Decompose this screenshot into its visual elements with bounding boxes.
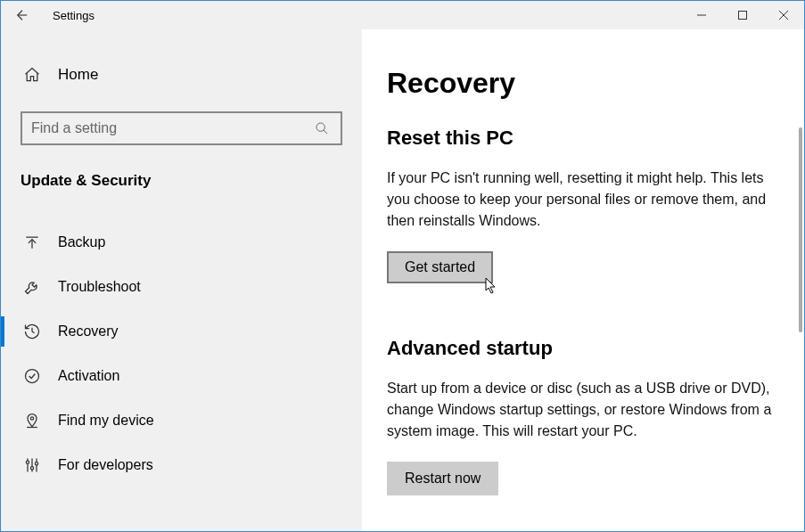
svg-point-11 (30, 417, 33, 420)
section-reset-title: Reset this PC (387, 127, 777, 150)
sliders-icon (22, 455, 42, 475)
container: Home Update & Security Backup Troublesho… (1, 29, 804, 531)
home-icon (22, 65, 42, 85)
sidebar-item-activation[interactable]: Activation (21, 354, 342, 398)
svg-point-16 (26, 461, 29, 463)
sidebar-item-label: Find my device (58, 413, 154, 429)
section-advanced-title: Advanced startup (387, 337, 777, 360)
sidebar-item-find-device[interactable]: Find my device (21, 398, 342, 443)
home-label: Home (58, 66, 98, 84)
get-started-button[interactable]: Get started (387, 251, 493, 283)
svg-line-9 (32, 331, 35, 333)
sidebar-item-label: For developers (58, 457, 153, 473)
wrench-icon (22, 277, 42, 297)
location-icon (22, 411, 42, 430)
sidebar-item-label: Troubleshoot (58, 279, 141, 295)
maximize-button[interactable] (722, 1, 763, 29)
svg-line-5 (324, 130, 327, 134)
search-box[interactable] (21, 111, 342, 145)
svg-point-10 (26, 370, 39, 383)
sidebar-item-label: Backup (58, 234, 105, 250)
search-icon (312, 119, 332, 138)
minimize-button[interactable] (681, 1, 722, 29)
sidebar-item-backup[interactable]: Backup (21, 220, 342, 265)
history-icon (22, 322, 42, 341)
scrollbar[interactable] (799, 127, 802, 332)
backup-icon (22, 233, 42, 252)
svg-rect-1 (739, 12, 747, 20)
sidebar-item-label: Recovery (58, 323, 119, 340)
titlebar: Settings (1, 1, 804, 29)
window-title: Settings (44, 9, 94, 22)
content-pane: Recovery Reset this PC If your PC isn't … (362, 29, 804, 531)
sidebar: Home Update & Security Backup Troublesho… (1, 29, 362, 531)
sidebar-item-troubleshoot[interactable]: Troubleshoot (21, 265, 342, 309)
check-circle-icon (22, 366, 42, 386)
window-controls (681, 1, 804, 29)
svg-point-18 (35, 462, 37, 465)
svg-point-17 (30, 467, 33, 470)
category-title: Update & Security (21, 172, 342, 190)
sidebar-item-recovery[interactable]: Recovery (21, 309, 342, 354)
home-nav[interactable]: Home (21, 65, 342, 85)
close-button[interactable] (763, 1, 804, 29)
sidebar-item-developers[interactable]: For developers (21, 443, 342, 487)
sidebar-item-label: Activation (58, 368, 119, 384)
arrow-left-icon (12, 5, 32, 25)
restart-now-button[interactable]: Restart now (387, 462, 498, 495)
page-title: Recovery (387, 67, 777, 100)
search-input[interactable] (31, 120, 312, 136)
section-reset-desc: If your PC isn't running well, resetting… (387, 168, 777, 232)
svg-point-4 (316, 123, 324, 131)
section-advanced-desc: Start up from a device or disc (such as … (387, 378, 777, 442)
back-button[interactable] (1, 1, 44, 29)
